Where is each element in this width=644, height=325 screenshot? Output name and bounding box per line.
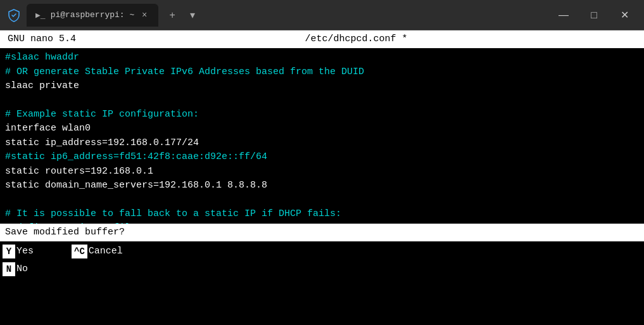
titlebar-right: — □ ✕ (549, 0, 639, 30)
editor-line: #slaac hwaddr (0, 51, 644, 65)
close-window-button[interactable]: ✕ (610, 0, 639, 30)
editor-line (0, 193, 644, 207)
editor-line (0, 94, 644, 108)
save-options: Y Yes ^C Cancel N No (0, 241, 644, 279)
editor-line: #static ip6_address=fd51:42f8:caae:d92e:… (0, 150, 644, 165)
save-prompt-text: Save modified buffer? (5, 226, 125, 239)
cancel-key[interactable]: ^C (72, 245, 87, 258)
yes-label[interactable]: Yes (16, 245, 34, 258)
editor-line: slaac private (0, 79, 644, 94)
editor-line: # OR generate Stable Private IPv6 Addres… (0, 65, 644, 80)
no-option-row: N No (0, 260, 644, 278)
yes-option-row: Y Yes ^C Cancel (0, 243, 644, 260)
titlebar: ▶_ pi@raspberrypi: ~ × + ▾ — □ ✕ (0, 0, 644, 30)
yes-key[interactable]: Y (3, 245, 15, 258)
minimize-button[interactable]: — (549, 0, 578, 30)
tab-terminal-icon: ▶_ (35, 10, 46, 20)
editor-line: interface wlan0 (0, 122, 644, 136)
titlebar-actions: + ▾ (163, 6, 201, 24)
new-tab-button[interactable]: + (163, 6, 181, 24)
no-label[interactable]: No (16, 262, 28, 276)
save-dialog: Save modified buffer? Y Yes ^C Cancel N … (0, 224, 644, 279)
editor-line: static routers=192.168.0.1 (0, 165, 644, 179)
editor-content[interactable]: #slaac hwaddr# OR generate Stable Privat… (0, 48, 644, 252)
no-key[interactable]: N (3, 262, 15, 276)
editor-line: # Example static IP configuration: (0, 108, 644, 122)
editor-line: static ip_address=192.168.0.177/24 (0, 136, 644, 151)
editor-container: GNU nano 5.4 /etc/dhcpcd.conf * #slaac h… (0, 30, 644, 325)
tab-close-button[interactable]: × (139, 10, 149, 20)
tab-dropdown-button[interactable]: ▾ (184, 6, 201, 24)
active-tab[interactable]: ▶_ pi@raspberrypi: ~ × (27, 4, 158, 27)
editor-line: # It is possible to fall back to a stati… (0, 207, 644, 222)
editor-line: static domain_name_servers=192.168.0.1 8… (0, 179, 644, 193)
shield-icon (5, 6, 23, 24)
nano-filename: /etc/dhcpcd.conf * (305, 32, 408, 46)
nano-version: GNU nano 5.4 (8, 32, 76, 46)
nano-header: GNU nano 5.4 /etc/dhcpcd.conf * (0, 30, 644, 48)
tab-label: pi@raspberrypi: ~ (51, 10, 135, 20)
maximize-button[interactable]: □ (579, 0, 609, 30)
titlebar-left: ▶_ pi@raspberrypi: ~ × + ▾ (5, 4, 549, 27)
cancel-label[interactable]: Cancel (89, 245, 123, 258)
save-prompt: Save modified buffer? (0, 224, 644, 241)
